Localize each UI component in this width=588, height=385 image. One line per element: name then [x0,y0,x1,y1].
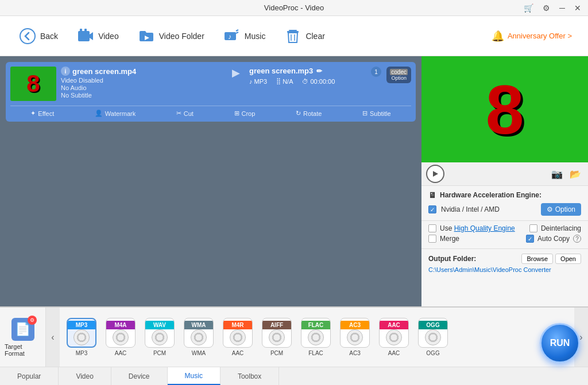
effect-icon: ✦ [30,110,36,117]
output-name-text: green screen.mp3 [249,67,313,75]
bitrate-text: N/A [283,78,293,85]
svg-rect-10 [289,30,297,31]
auto-copy-checkbox[interactable]: ✓ [526,235,534,243]
video-icon [76,27,95,45]
high-quality-checkbox[interactable] [428,224,436,232]
scroll-left-button[interactable]: ‹ [46,308,60,367]
format-item-ac3[interactable]: AC3 AC3 [338,318,372,356]
format-row: 📄 ⚙ Target Format ‹ MP3 MP3 M4A AAC WAV [0,308,588,367]
watermark-tool[interactable]: 👤 Watermark [95,110,136,117]
back-button[interactable]: Back [9,22,67,50]
merge-checkbox[interactable] [428,235,436,243]
format-item-flac[interactable]: FLAC FLAC [299,318,333,356]
deinterlacing-checkbox[interactable] [529,224,537,232]
subtitle-icon: ⊟ [362,110,368,117]
svg-rect-3 [80,29,82,32]
file-info: i green screen.mp4 Video Disabled No Aud… [61,67,223,99]
anniversary-button[interactable]: 🔔 Anniversary Offer > [485,26,579,46]
hw-option-button[interactable]: ⚙ Option [541,203,581,216]
video-preview: 8 [421,56,588,162]
high-quality-option: Use High Quality Engine [428,224,515,232]
bell-icon: 🔔 [492,30,504,42]
crop-tool[interactable]: ⊞ Crop [234,110,256,117]
merge-option: Merge [428,235,459,243]
badge-number: 1 [371,67,381,77]
clear-button[interactable]: Clear [274,22,334,50]
edit-icon[interactable]: ✏ [316,67,322,75]
video-label: Video [98,32,119,41]
close-btn[interactable]: ✕ [572,3,583,13]
format-item-ogg[interactable]: OGG OGG [416,318,450,356]
video-folder-button[interactable]: Video Folder [128,22,214,50]
format-item-mp3[interactable]: MP3 MP3 [64,318,99,356]
tab-toolbox[interactable]: Toolbox [220,367,279,385]
format-item-m4a[interactable]: M4A AAC [103,318,138,356]
subtitle-tool[interactable]: ⊟ Subtitle [362,110,391,117]
tab-popular[interactable]: Popular [0,367,59,385]
content-row: 8 i green screen.mp4 Video Disabled No A… [0,56,588,306]
nvidia-checkbox[interactable]: ✓ [428,205,436,213]
format-item-m4r[interactable]: M4R AAC [220,318,255,356]
svg-marker-14 [433,171,438,177]
output-path: C:\Users\Admin\Music\VideoProc Converter [428,266,581,273]
target-format-icon: 📄 ⚙ [11,318,34,341]
minimize-btn[interactable]: ─ [557,3,567,13]
rotate-tool[interactable]: ↻ Rotate [296,110,322,117]
anniversary-label: Anniversary Offer > [508,32,572,40]
watermark-icon: 👤 [95,110,103,117]
format-item-wav[interactable]: WAV PCM [142,318,177,356]
browse-button[interactable]: Browse [521,254,553,264]
gpu-icon: 🖥 [428,190,436,200]
target-format-button[interactable]: 📄 ⚙ Target Format [0,308,46,367]
format-item-aiff[interactable]: AIFF PCM [260,318,294,356]
clear-icon [284,27,302,45]
music-note-icon: ♪ [249,78,253,85]
tab-music[interactable]: Music [168,367,220,385]
option-label: Option [390,75,408,81]
tab-bar: PopularVideoDeviceMusicToolbox [0,367,588,385]
cut-tool[interactable]: ✂ Cut [176,110,194,117]
app-title: VideoProc - Video [264,3,324,12]
preview-number: 8 [486,70,524,149]
tab-video[interactable]: Video [59,367,111,385]
tab-device[interactable]: Device [111,367,168,385]
merge-label: Merge [440,235,459,243]
format-text: MP3 [254,78,268,85]
settings-icon[interactable]: ⚙ [540,3,552,13]
run-button[interactable]: RUN [540,323,580,363]
nvidia-label: Nvidia / Intel / AMD [441,205,500,213]
screenshot-button[interactable]: 📷 [549,166,565,182]
help-icon[interactable]: ? [573,235,581,243]
gear-icon: ⚙ [547,205,553,213]
music-button[interactable]: ♪ Music [214,22,275,50]
bottom-area: 📄 ⚙ Target Format ‹ MP3 MP3 M4A AAC WAV [0,306,588,385]
format-item-aac[interactable]: AAC AAC [377,318,411,356]
codec-button[interactable]: codec Option [386,67,411,83]
thumbnail-number: 8 [26,70,40,98]
file-card: 8 i green screen.mp4 Video Disabled No A… [6,62,416,122]
grid-icon: ⣿ [276,77,281,85]
run-label: RUN [550,338,570,348]
svg-marker-2 [90,32,93,40]
svg-text:♪: ♪ [228,33,231,41]
svg-point-0 [20,29,35,44]
back-label: Back [40,32,58,41]
play-button[interactable] [426,165,444,183]
video-disabled-text: Video Disabled [61,77,223,84]
open-folder-button[interactable]: 📂 [567,166,583,182]
output-folder-section: Output Folder: Browse Open C:\Users\Admi… [421,249,588,278]
deinterlacing-option: Deinterlacing [529,224,581,232]
cart-icon[interactable]: 🛒 [521,3,536,13]
high-quality-label: Use High Quality Engine [440,224,515,232]
clear-label: Clear [305,32,324,41]
open-button[interactable]: Open [555,254,581,264]
video-button[interactable]: Video [67,22,128,50]
hw-title-text: Hardware Acceleration Engine: [440,191,541,199]
document-icon: 📄 [15,322,30,337]
format-item-wma[interactable]: WMA WMA [181,318,216,356]
back-icon [18,27,37,45]
effect-tool[interactable]: ✦ Effect [30,110,54,117]
info-icon[interactable]: i [61,67,70,76]
svg-line-8 [236,30,238,31]
hw-option-label: Option [555,205,575,213]
